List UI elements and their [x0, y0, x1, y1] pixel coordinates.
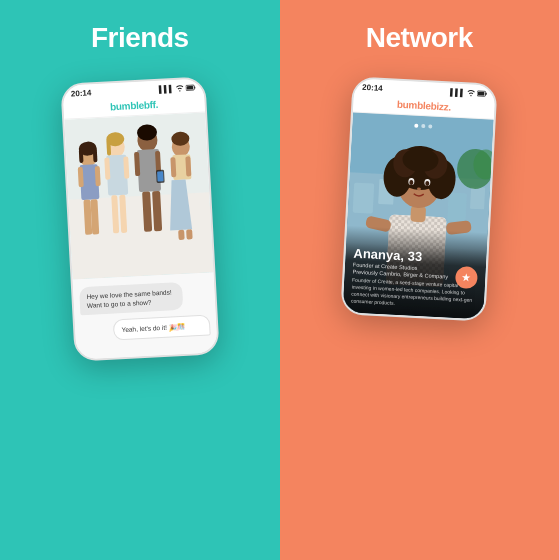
svg-rect-31: [178, 230, 185, 240]
dot-1: [413, 124, 417, 128]
bff-photo: [64, 112, 213, 279]
biz-logo: bumblebizz.: [353, 96, 494, 114]
svg-rect-45: [447, 193, 466, 222]
dot-2: [420, 124, 424, 128]
svg-rect-43: [352, 183, 374, 214]
dot-3: [427, 124, 431, 128]
chat-message-left: Hey we love the same bands! Want to go t…: [79, 282, 184, 316]
battery-icon: [186, 83, 196, 92]
svg-rect-46: [470, 187, 485, 210]
network-panel: Network 20:14 ▌▌▌ bumblebizz.: [280, 0, 560, 560]
friends-phone: 20:14 ▌▌▌ bumblebff.: [61, 76, 220, 361]
svg-rect-1: [194, 86, 195, 88]
friends-title: Friends: [91, 22, 189, 54]
bff-chat-area: Hey we love the same bands! Want to go t…: [73, 272, 218, 359]
biz-profile-area: Ananya, 33 Founder at Create Studios Pre…: [342, 112, 493, 319]
network-signal-icon: ▌▌▌: [450, 88, 465, 96]
svg-rect-2: [187, 85, 194, 89]
svg-rect-54: [410, 206, 426, 223]
friends-time: 20:14: [71, 88, 92, 98]
network-wifi-icon: [467, 89, 475, 97]
wifi-icon: [176, 84, 184, 92]
women-group: [64, 112, 213, 279]
signal-icon: ▌▌▌: [159, 85, 174, 93]
network-battery-icon: [477, 89, 487, 98]
network-status-icons: ▌▌▌: [450, 88, 487, 98]
friends-panel: Friends 20:14 ▌▌▌ bumblebff.: [0, 0, 280, 560]
network-phone: 20:14 ▌▌▌ bumblebizz.: [340, 76, 497, 321]
network-title: Network: [366, 22, 473, 54]
friends-status-icons: ▌▌▌: [159, 83, 196, 93]
chat-message-right: Yeah, let's do it! 🎉🎊: [113, 315, 211, 341]
bff-logo: bumblebff.: [64, 96, 205, 114]
svg-rect-37: [157, 171, 164, 181]
network-time: 20:14: [362, 83, 383, 93]
svg-rect-32: [186, 229, 193, 239]
svg-rect-40: [478, 91, 485, 95]
